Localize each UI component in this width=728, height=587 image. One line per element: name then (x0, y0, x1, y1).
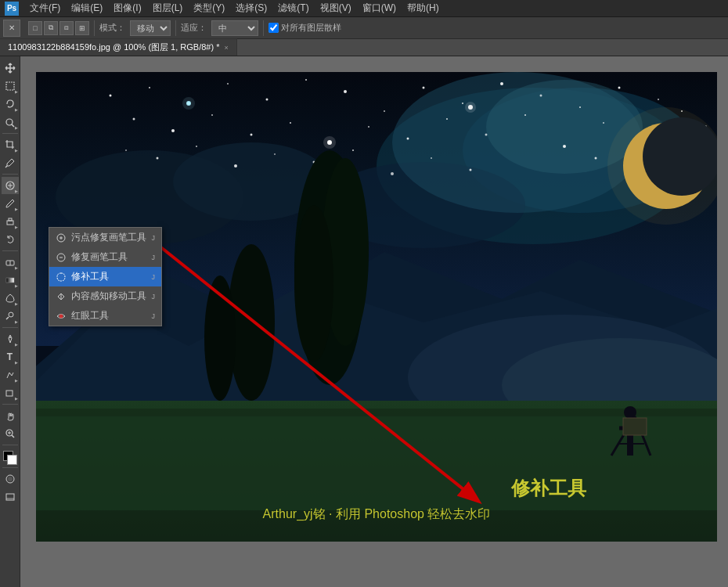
tool-dodge[interactable]: ▶ (2, 308, 19, 325)
content-move-arrow: J (152, 293, 156, 301)
paste-btn[interactable]: ⧈ (59, 21, 74, 35)
svg-rect-105 (623, 418, 647, 435)
canvas-area[interactable]: Arthur_yj铭 · 利用 Photoshop 轻松去水印 修补工具 (20, 56, 728, 587)
content-move-label: 内容感知移动工具 (71, 290, 146, 303)
svg-point-114 (59, 314, 63, 318)
tool-shape[interactable]: ▶ (2, 384, 19, 402)
tool-eyedropper[interactable] (2, 154, 19, 171)
tab-bar: 1100983122b884159fo.jpg @ 100% (图层 1, RG… (0, 39, 728, 56)
heal-brush-icon (56, 252, 67, 263)
svg-point-56 (446, 118, 448, 120)
svg-point-51 (250, 134, 253, 136)
svg-point-73 (234, 164, 237, 167)
heal-brush-label: 修复画笔工具 (71, 250, 128, 264)
svg-point-39 (344, 90, 347, 93)
copy-btn[interactable]: ⧉ (44, 21, 58, 35)
tool-select-rect[interactable]: ▶ (2, 77, 19, 95)
all-layers-checkbox[interactable] (268, 23, 279, 33)
tool-move[interactable] (2, 59, 19, 77)
heal-brush-arrow: J (152, 254, 156, 261)
app-logo: Ps (5, 2, 19, 16)
tool-stamp[interactable]: ▶ (2, 213, 19, 230)
tool-options-cross[interactable]: ✕ (3, 20, 20, 37)
menu-file[interactable]: 文件(F) (25, 0, 65, 16)
red-eye-arrow: J (152, 312, 156, 320)
patch-icon (56, 272, 67, 283)
tool-quick-select[interactable]: ▶ (2, 113, 19, 131)
tool-brush[interactable]: ▶ (2, 195, 19, 212)
spot-heal-label: 污点修复画笔工具 (71, 231, 146, 244)
tool-blur[interactable]: ▶ (2, 290, 19, 307)
menu-help[interactable]: 帮助(H) (402, 0, 444, 16)
svg-line-3 (5, 166, 7, 167)
svg-rect-11 (6, 278, 14, 283)
extra-btn[interactable]: ⊞ (75, 21, 89, 35)
svg-point-40 (384, 110, 385, 112)
svg-point-70 (125, 149, 127, 151)
svg-point-42 (462, 103, 463, 104)
menu-content-move[interactable]: 内容感知移动工具 J (49, 286, 161, 306)
menu-heal-brush[interactable]: 修复画笔工具 J (49, 247, 161, 267)
mode-label: 模式： (99, 22, 125, 34)
adapt-select[interactable]: 中 低 高 (211, 20, 258, 36)
color-swatch[interactable] (3, 451, 17, 465)
menu-patch[interactable]: 修补工具 J (49, 267, 161, 286)
separator-1 (2, 133, 18, 134)
svg-point-37 (266, 99, 268, 101)
tab-close-button[interactable]: × (224, 44, 228, 52)
background-color[interactable] (7, 455, 17, 465)
svg-point-50 (211, 114, 213, 116)
svg-point-33 (110, 95, 112, 97)
tool-history-brush[interactable] (2, 231, 19, 248)
svg-point-79 (470, 169, 472, 171)
svg-point-80 (595, 157, 597, 160)
svg-point-34 (149, 87, 150, 88)
menu-type[interactable]: 类型(Y) (189, 0, 229, 16)
svg-point-52 (290, 122, 291, 124)
svg-point-59 (563, 145, 566, 148)
content-move-icon (56, 291, 67, 302)
svg-point-1 (6, 119, 13, 125)
menu-edit[interactable]: 编辑(E) (67, 0, 107, 16)
svg-point-93 (294, 205, 333, 362)
svg-point-44 (540, 95, 542, 97)
separator-5 (2, 404, 18, 405)
tool-lasso[interactable]: ▶ (2, 95, 19, 113)
tool-heal[interactable]: ▶ (2, 177, 19, 194)
tool-gradient[interactable]: ▶ (2, 272, 19, 289)
menu-spot-heal[interactable]: 污点修复画笔工具 J (49, 228, 161, 247)
tool-eraser[interactable]: ▶ (2, 254, 19, 271)
svg-point-57 (485, 134, 488, 136)
menu-select[interactable]: 选择(S) (231, 0, 272, 16)
tool-pen[interactable]: ▶ (2, 330, 19, 348)
svg-point-65 (323, 136, 336, 149)
document-tab[interactable]: 1100983122b884159fo.jpg @ 100% (图层 1, RG… (0, 38, 237, 56)
tool-path-select[interactable]: ▶ (2, 366, 19, 384)
options-bar: ✕ □ ⧉ ⧈ ⊞ 模式： 移动 正常 适应： 中 低 高 对所有图层散样 (0, 17, 728, 39)
tool-type[interactable]: T ▶ (2, 348, 19, 366)
tool-quick-mask[interactable] (2, 470, 19, 488)
tool-crop[interactable]: ▶ (2, 136, 19, 153)
svg-point-74 (274, 153, 276, 155)
new-btn[interactable]: □ (28, 21, 42, 35)
mode-select[interactable]: 移动 正常 (130, 20, 171, 36)
svg-point-77 (391, 172, 394, 175)
menu-window[interactable]: 窗口(W) (358, 0, 401, 16)
svg-point-14 (9, 337, 11, 338)
tool-zoom[interactable] (2, 425, 19, 442)
svg-point-48 (133, 118, 135, 121)
menu-layer[interactable]: 图层(L) (148, 0, 188, 16)
separator-2 (2, 174, 18, 175)
main-layout: ▶ ▶ ▶ ▶ (0, 56, 728, 587)
tool-screen-mode[interactable] (2, 488, 19, 506)
svg-rect-7 (7, 221, 13, 225)
svg-text:Arthur_yj铭 · 利用 Photoshop 轻松去水: Arthur_yj铭 · 利用 Photoshop 轻松去水印 (263, 507, 491, 521)
menu-red-eye[interactable]: 红眼工具 J (49, 306, 161, 326)
svg-line-17 (12, 435, 14, 438)
tool-hand[interactable] (2, 407, 19, 424)
menu-image[interactable]: 图像(I) (109, 0, 146, 16)
menu-filter[interactable]: 滤镜(T) (273, 0, 313, 16)
menu-view[interactable]: 视图(V) (315, 0, 356, 16)
svg-rect-8 (9, 218, 12, 221)
separator-1 (94, 20, 95, 36)
